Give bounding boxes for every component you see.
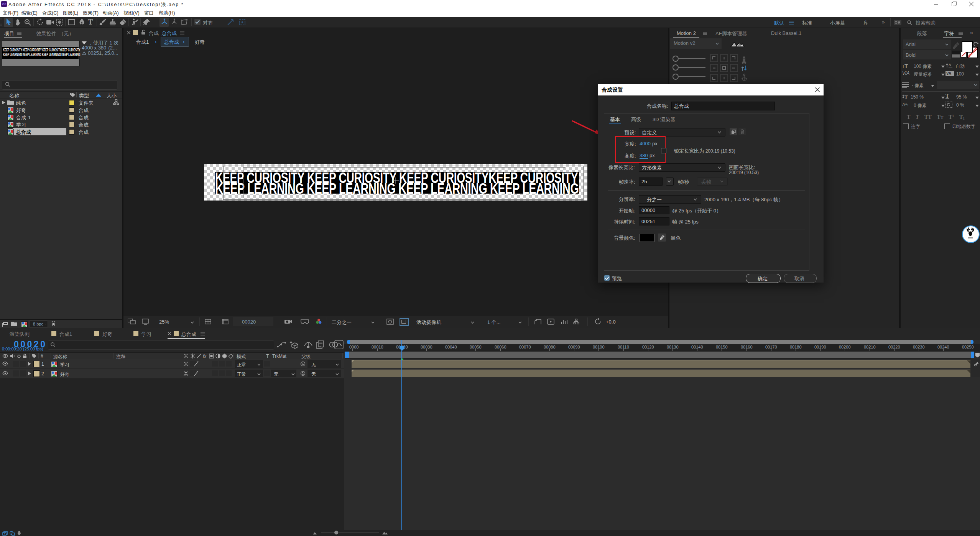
svg-text:A: A <box>949 63 951 67</box>
svg-text:T: T <box>904 94 908 100</box>
